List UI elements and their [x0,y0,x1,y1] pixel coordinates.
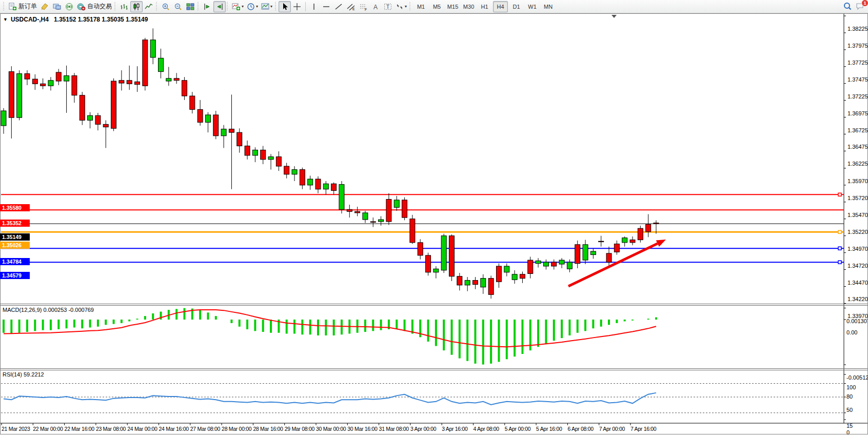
candle-bull [363,213,368,220]
price-tick-label: 1.34970 [847,246,868,252]
toolbar-grip[interactable] [156,2,159,11]
trendline-button[interactable] [332,1,345,12]
fibonacci-button[interactable]: F [357,1,369,12]
timeframe-M30[interactable]: M30 [461,1,476,12]
price-tick-label: 1.35220 [847,229,868,235]
candle-bear [111,81,116,128]
toolbar-grip[interactable] [227,2,229,11]
indicators-icon [232,3,241,11]
timeframe-H4[interactable]: H4 [493,1,508,12]
clock-icon [247,3,255,11]
crosshair-button[interactable] [291,1,303,12]
indicators-button[interactable]: ▾ [230,1,245,12]
search-button[interactable] [841,1,854,12]
equidistant-channel-icon: E [347,3,356,11]
metaeditor-button[interactable] [38,1,51,12]
auto-scroll-button[interactable] [201,1,213,12]
line-anchor-handle[interactable] [838,247,841,250]
autotrading-button[interactable]: 自动交易 [75,1,113,12]
zoom-in-button[interactable] [160,1,172,12]
candle-bull [433,269,439,272]
price-tag: 1.35026 [0,242,30,249]
candlestick-chart-button[interactable] [130,1,143,12]
bar-chart-button[interactable] [118,1,130,12]
line-chart-button[interactable] [143,1,155,12]
line-anchor-handle[interactable] [838,261,841,264]
macd-tick-label: 0.001307 [846,318,868,324]
price-tick-label: 1.37725 [847,60,868,66]
main-toolbar: 新订单 自动交易 [0,0,868,13]
timeframe-H1[interactable]: H1 [477,1,492,12]
new-order-button[interactable]: 新订单 [7,1,38,12]
candle-bear [370,222,376,222]
toolbar-grip[interactable] [3,2,6,11]
line-anchor-handle[interactable] [838,193,841,196]
candle-bull [166,78,171,81]
price-tick-label: 1.35720 [847,195,868,201]
rsi-label: RSI(14) 59.2212 [3,371,44,378]
candlestick-chart-icon [132,3,141,11]
line-chart-icon [145,3,153,11]
cursor-button[interactable] [279,1,291,12]
candle-bear [551,262,557,266]
candle-bear [630,240,635,243]
candle-bear [182,81,187,96]
candle-bear [276,157,281,166]
candle-bear [261,150,266,159]
toolbar-grip[interactable] [409,2,412,11]
candle-bear [638,228,643,240]
timeframe-M1[interactable]: M1 [413,1,428,12]
signals-button[interactable] [63,1,75,12]
text-button[interactable]: A [369,1,382,12]
candle-bull [205,115,210,122]
text-label-button[interactable]: T [382,1,394,12]
virtual-hosting-button[interactable] [51,1,63,12]
candle-bull [567,262,572,269]
candle-bear [72,76,77,95]
chart-canvas[interactable] [0,13,868,436]
price-tick-label: 1.36225 [847,161,868,167]
vertical-line-button[interactable] [308,1,320,12]
toolbar-grip[interactable] [275,2,278,11]
horizontal-line-button[interactable] [320,1,332,12]
candle-bear [213,115,219,136]
svg-text:T: T [386,4,389,9]
signals-icon [65,3,73,11]
rsi-tick-label: 50 [846,407,853,413]
timeframe-M15[interactable]: M15 [445,1,460,12]
candle-bear [127,81,132,84]
candle-bull [268,157,273,160]
toolbar-separator [305,2,306,11]
indicators-caret-icon: ▾ [242,4,244,9]
line-anchor-handle[interactable] [838,230,841,233]
time-label: 28 Mar 16:00 [253,426,283,432]
timeframe-M5[interactable]: M5 [429,1,444,12]
candle-bear [135,82,140,84]
candle-bull [590,251,596,255]
templates-button[interactable]: ▾ [260,1,274,12]
candle-bear [198,109,203,122]
cursor-icon [281,3,289,11]
price-tick-label: 1.34720 [847,263,868,269]
zoom-out-button[interactable] [172,1,184,12]
candle-bear [457,276,462,285]
toolbar-grip[interactable] [114,2,117,11]
equidistant-channel-button[interactable]: E [345,1,357,12]
chart-shift-button[interactable] [213,1,226,12]
rsi-tick-label: 80 [846,393,853,400]
chart-dropdown-icon[interactable]: ▼ [3,17,8,22]
candle-bear [315,179,321,189]
candle-bear [386,200,391,222]
toolbar-grip[interactable] [198,2,200,11]
price-tick-label: 1.35970 [847,178,868,184]
tile-windows-button[interactable] [184,1,196,12]
periods-button[interactable]: ▾ [245,1,260,12]
notifications-button[interactable]: 1 [854,1,866,12]
time-label: 5 Apr 16:00 [536,426,562,432]
candle-bull [150,40,155,57]
timeframe-W1[interactable]: W1 [525,1,540,12]
svg-text:F: F [365,7,367,11]
timeframe-MN[interactable]: MN [541,1,556,12]
timeframe-D1[interactable]: D1 [509,1,524,12]
arrows-button[interactable]: ▾ [394,1,408,12]
